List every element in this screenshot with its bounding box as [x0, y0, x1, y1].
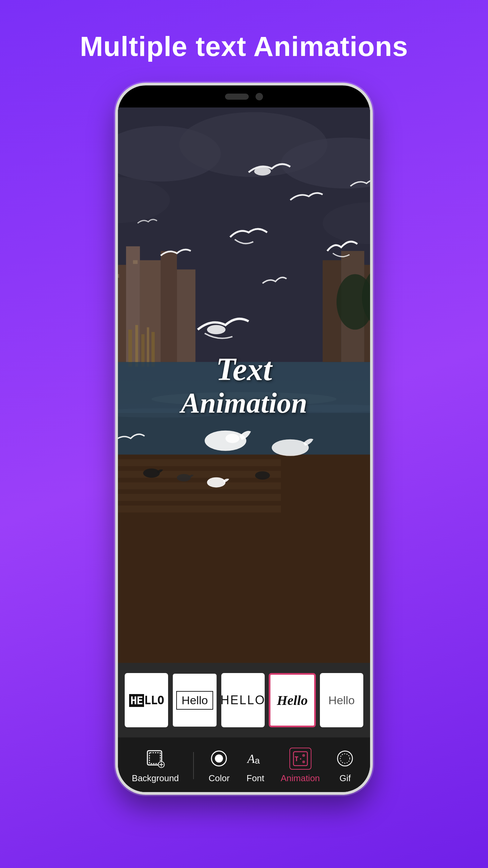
svg-point-48: [207, 325, 226, 334]
scene-text-overlay: Text Animation: [181, 352, 307, 419]
page-title: Multiple text Animations: [80, 31, 408, 62]
svg-point-64: [340, 754, 350, 763]
svg-rect-27: [135, 325, 138, 367]
side-button-volume-up: [115, 174, 117, 201]
color-label: Color: [208, 773, 229, 784]
svg-rect-12: [177, 270, 196, 362]
background-label: Background: [132, 773, 179, 784]
side-button-mute: [115, 248, 117, 275]
toolbar-divider-1: [193, 752, 194, 779]
bottom-toolbar: Background Color A a: [118, 737, 370, 792]
svg-text:A: A: [247, 752, 255, 766]
gif-label: Gif: [340, 773, 351, 784]
svg-point-45: [177, 474, 191, 481]
svg-rect-29: [147, 327, 149, 367]
svg-rect-30: [151, 332, 155, 367]
thin-text: Hello: [328, 694, 354, 707]
svg-rect-40: [118, 506, 281, 512]
svg-rect-36: [118, 459, 281, 466]
llo-text: LLO: [144, 693, 164, 707]
svg-point-56: [215, 754, 223, 763]
svg-point-41: [205, 431, 246, 451]
font-label: Font: [247, 773, 264, 784]
anim-card-caps[interactable]: HELLO: [221, 673, 265, 727]
anim-card-outlined[interactable]: Hello: [172, 673, 217, 727]
animation-picker-panel: HELLO Hello HELLO Hello Hello: [118, 663, 370, 737]
svg-point-63: [338, 751, 352, 766]
phone-screen: Text Animation HELLO Hello HELLO Hell: [118, 107, 370, 792]
photo-scene: Text Animation: [118, 107, 370, 663]
tool-gif[interactable]: Gif: [334, 748, 356, 784]
side-button-volume-down: [115, 211, 117, 238]
gif-icon: [334, 748, 356, 770]
scene-text-line2: Animation: [181, 387, 307, 419]
anim-card-thin[interactable]: Hello: [320, 673, 363, 727]
svg-rect-39: [118, 494, 281, 501]
tool-animation[interactable]: T· Animation: [281, 748, 320, 784]
svg-point-42: [225, 434, 239, 443]
background-icon: [144, 748, 166, 770]
svg-rect-51: [149, 753, 160, 764]
outlined-text: Hello: [176, 691, 213, 710]
tool-color[interactable]: Color: [208, 748, 230, 784]
serif-text: Hello: [277, 692, 308, 708]
animation-label: Animation: [281, 773, 320, 784]
notch-camera: [256, 93, 263, 100]
tool-background[interactable]: Background: [132, 748, 179, 784]
svg-rect-11: [161, 251, 177, 362]
svg-point-43: [272, 439, 309, 456]
anim-card-block[interactable]: HELLO: [125, 673, 168, 727]
font-icon: A a: [244, 748, 266, 770]
hi-block: HE: [129, 694, 144, 707]
svg-rect-17: [133, 260, 138, 264]
svg-point-49: [254, 167, 271, 176]
phone-notch: [197, 85, 291, 107]
svg-point-47: [255, 471, 270, 480]
svg-point-62: [302, 761, 305, 763]
tool-font[interactable]: A a Font: [244, 748, 266, 784]
caps-text: HELLO: [221, 693, 265, 707]
anim-card-serif[interactable]: Hello: [269, 673, 316, 727]
side-button-power: [371, 208, 373, 255]
svg-rect-16: [118, 274, 119, 278]
color-icon: [208, 748, 230, 770]
svg-point-44: [143, 469, 160, 478]
svg-rect-38: [118, 482, 281, 489]
svg-point-46: [207, 477, 226, 488]
notch-pill: [225, 94, 249, 100]
svg-point-61: [302, 754, 305, 757]
svg-rect-26: [128, 330, 132, 367]
svg-text:a: a: [255, 755, 260, 766]
svg-text:T·: T·: [294, 755, 303, 763]
svg-rect-8: [118, 265, 126, 362]
svg-rect-28: [141, 334, 145, 367]
scene-text-line1: Text: [181, 352, 307, 387]
phone-frame: Text Animation HELLO Hello HELLO Hell: [115, 83, 373, 795]
animation-icon: T·: [289, 748, 311, 770]
